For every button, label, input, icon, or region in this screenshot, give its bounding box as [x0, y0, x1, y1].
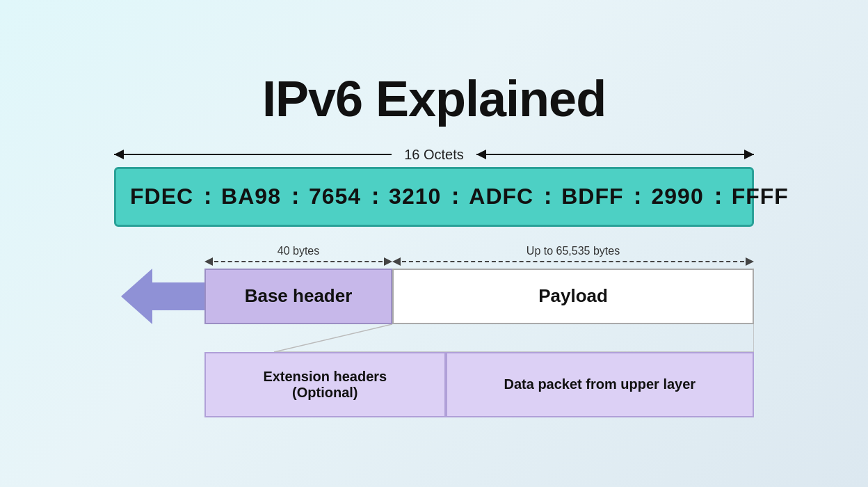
data-packet-box: Data packet from upper layer — [446, 352, 754, 417]
sep-1: ： — [196, 182, 218, 212]
base-header-label: Base header — [245, 285, 353, 307]
sep-4: ： — [444, 182, 466, 212]
main-container: IPv6 Explained 16 Octets FDEC ： BA98 ： 7… — [51, 70, 817, 417]
octets-arrow-right — [476, 154, 754, 155]
sub-boxes-row: Extension headers(Optional) Data packet … — [204, 352, 754, 417]
dashed-line-65 — [402, 261, 744, 262]
bytes-labels-row: 40 bytes Up to 65,535 bytes — [114, 245, 754, 257]
payload-section: 40 bytes Up to 65,535 bytes — [114, 245, 754, 324]
ipv6-address-bar: FDEC ： BA98 ： 7654 ： 3210 ： ADFC ： BDFF … — [114, 167, 754, 227]
expansion-svg — [204, 324, 754, 352]
ipv6-seg-5: ADFC — [469, 184, 533, 209]
dashed-arrows-row — [114, 257, 754, 266]
ipv6-seg-1: FDEC — [130, 184, 193, 209]
data-packet-label: Data packet from upper layer — [504, 376, 696, 392]
sep-2: ： — [284, 182, 306, 212]
expansion-section: Extension headers(Optional) Data packet … — [114, 324, 754, 417]
arrow-left-head-40 — [204, 257, 213, 266]
extension-headers-box: Extension headers(Optional) — [204, 352, 446, 417]
octets-arrow-left — [114, 154, 392, 155]
base-header-box: Base header — [204, 269, 392, 324]
arrow-right-head-40 — [384, 257, 392, 266]
ipv6-seg-6: BDFF — [561, 184, 623, 209]
ipv6-seg-4: 3210 — [389, 184, 441, 209]
big-left-arrow-icon — [121, 269, 204, 324]
payload-label: Payload — [538, 285, 608, 307]
boxes-row: Base header Payload — [114, 269, 754, 324]
svg-line-1 — [274, 324, 392, 352]
big-arrow-container — [114, 269, 204, 324]
svg-marker-0 — [121, 269, 204, 324]
expansion-lines — [204, 324, 754, 352]
page-title: IPv6 Explained — [262, 70, 606, 127]
dashed-arrow-40 — [204, 257, 392, 266]
bytes-65-label: Up to 65,535 bytes — [392, 245, 754, 257]
extension-headers-label: Extension headers(Optional) — [263, 369, 387, 401]
dashed-arrow-65 — [392, 257, 754, 266]
bytes-40-label: 40 bytes — [204, 245, 392, 257]
sep-3: ： — [364, 182, 386, 212]
octets-arrow-row: 16 Octets — [114, 147, 754, 163]
payload-box: Payload — [392, 269, 754, 324]
sep-6: ： — [626, 182, 648, 212]
arrow-right-head-65 — [746, 257, 754, 266]
ipv6-seg-3: 7654 — [309, 184, 361, 209]
ipv6-seg-2: BA98 — [221, 184, 281, 209]
ipv6-seg-7: 2990 — [651, 184, 703, 209]
ipv6-seg-8: FFFF — [732, 184, 789, 209]
sep-5: ： — [536, 182, 558, 212]
octets-label: 16 Octets — [392, 147, 476, 163]
sep-7: ： — [707, 182, 729, 212]
dashed-line-40 — [214, 261, 383, 262]
octets-section: 16 Octets FDEC ： BA98 ： 7654 ： 3210 ： AD… — [51, 147, 817, 227]
arrow-left-head-65 — [392, 257, 401, 266]
